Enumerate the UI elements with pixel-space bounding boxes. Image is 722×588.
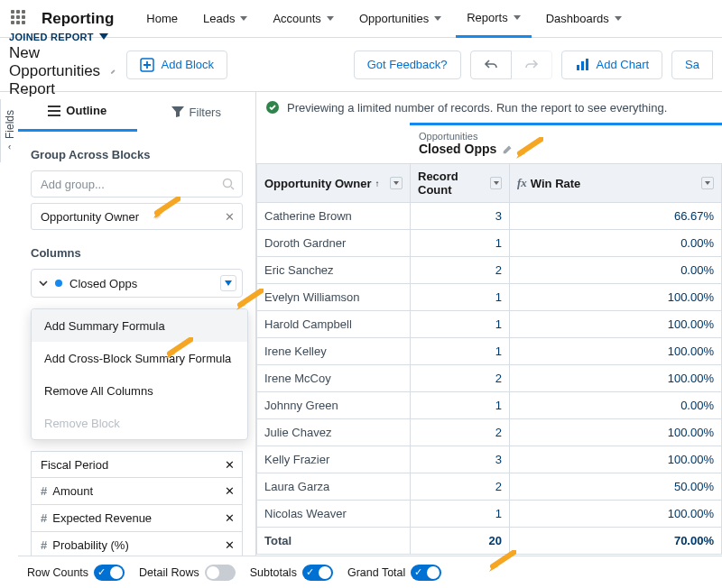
edit-icon[interactable]	[110, 65, 116, 78]
col-header-owner[interactable]: Opportunity Owner ↑	[257, 164, 411, 203]
row-counts-toggle[interactable]: ✓	[94, 565, 125, 581]
nav-accounts[interactable]: Accounts	[262, 0, 344, 38]
col-header-record-count[interactable]: Record Count	[411, 164, 510, 203]
group-across-blocks-label: Group Across Blocks	[31, 148, 243, 161]
svg-point-6	[48, 110, 50, 112]
tab-filters[interactable]: Filters	[137, 92, 256, 132]
table-row: Julie Chavez2100.00%	[257, 419, 722, 446]
block-subtitle: Opportunities	[419, 131, 713, 142]
block-dropdown-menu: Add Summary Formula Add Cross-Block Summ…	[31, 308, 248, 440]
table-total-row: Total2070.00%	[257, 528, 722, 555]
columns-label: Columns	[31, 246, 243, 260]
detail-rows-toggle[interactable]	[205, 565, 236, 581]
grand-total-toggle[interactable]: ✓	[411, 565, 441, 581]
table-row: Irene McCoy2100.00%	[257, 365, 722, 392]
nav-reports[interactable]: Reports	[456, 0, 532, 38]
table-row: Eric Sanchez20.00%	[257, 257, 722, 284]
menu-add-summary-formula[interactable]: Add Summary Formula	[32, 309, 247, 342]
block-title: Closed Opps	[419, 142, 496, 156]
block-color-dot	[55, 280, 62, 287]
table-row: Laura Garza250.00%	[257, 473, 722, 501]
chart-icon	[575, 58, 589, 72]
preview-message: Previewing a limited number of records. …	[287, 101, 667, 115]
report-title: New Opportunities Report	[9, 44, 103, 98]
nav-opportunities[interactable]: Opportunities	[348, 0, 452, 38]
table-row: Evelyn Williamson1100.00%	[257, 284, 722, 311]
report-preview: Previewing a limited number of records. …	[256, 92, 722, 588]
menu-add-cross-block-summary[interactable]: Add Cross-Block Summary Formula	[32, 342, 247, 374]
outline-icon	[48, 106, 60, 116]
column-amount[interactable]: #Amount✕	[31, 478, 243, 505]
svg-marker-0	[99, 33, 108, 40]
app-title: Reporting	[42, 10, 114, 28]
remove-column-icon[interactable]: ✕	[225, 511, 235, 525]
remove-column-icon[interactable]: ✕	[225, 484, 235, 498]
app-launcher-icon[interactable]	[11, 10, 29, 28]
svg-point-5	[48, 106, 50, 107]
svg-point-7	[48, 115, 50, 116]
subtotals-label: Subtotals	[250, 566, 297, 579]
svg-marker-13	[705, 181, 710, 185]
add-block-icon	[140, 58, 154, 72]
table-row: Harold Campbell1100.00%	[257, 311, 722, 338]
table-row: Johnny Green10.00%	[257, 392, 722, 419]
side-panel: Outline Filters Group Across Blocks Add …	[18, 92, 256, 588]
remove-column-icon[interactable]: ✕	[225, 458, 235, 472]
chevron-down-icon	[240, 16, 247, 21]
svg-rect-3	[581, 61, 584, 70]
undo-icon	[484, 59, 498, 71]
nav-dashboards[interactable]: Dashboards	[535, 0, 633, 38]
search-icon	[222, 178, 235, 190]
svg-marker-11	[393, 181, 399, 185]
column-fiscal-period[interactable]: Fiscal Period✕	[31, 451, 243, 478]
svg-marker-9	[225, 280, 232, 286]
chevron-down-icon	[514, 15, 521, 20]
svg-marker-12	[494, 181, 499, 185]
col-header-win-rate[interactable]: fx Win Rate	[510, 164, 722, 203]
report-footer: Row Counts ✓ Detail Rows Subtotals ✓ Gra…	[18, 556, 722, 588]
detail-rows-label: Detail Rows	[139, 566, 199, 579]
got-feedback-button[interactable]: Got Feedback?	[354, 51, 461, 79]
svg-rect-2	[577, 65, 579, 70]
table-row: Irene Kelley1100.00%	[257, 338, 722, 365]
block-menu-trigger[interactable]	[220, 275, 236, 291]
caret-down-icon	[99, 33, 108, 41]
tab-outline[interactable]: Outline	[18, 92, 137, 132]
chevron-down-icon	[434, 16, 441, 21]
report-toolbar: JOINED REPORT New Opportunities Report A…	[0, 38, 722, 92]
column-expected-revenue[interactable]: #Expected Revenue✕	[31, 505, 243, 532]
menu-remove-block: Remove Block	[32, 407, 247, 439]
report-table: Opportunity Owner ↑ Record Count fx Win …	[256, 163, 722, 555]
undo-button[interactable]	[470, 51, 512, 79]
nav-home[interactable]: Home	[135, 0, 189, 38]
redo-icon	[524, 59, 539, 71]
chevron-down-icon	[39, 279, 48, 288]
check-circle-icon	[265, 100, 280, 115]
add-chart-button[interactable]: Add Chart	[561, 51, 663, 79]
block-closed-opps[interactable]: Closed Opps	[31, 269, 243, 298]
chevron-down-icon	[615, 16, 622, 21]
add-group-input[interactable]: Add group...	[31, 170, 243, 198]
chevron-down-icon	[327, 16, 334, 21]
joined-report-badge[interactable]: JOINED REPORT	[9, 32, 117, 42]
table-row: Nicolas Weaver1100.00%	[257, 501, 722, 528]
grand-total-label: Grand Total	[347, 566, 405, 579]
table-row: Catherine Brown366.67%	[257, 203, 722, 230]
remove-column-icon[interactable]: ✕	[225, 538, 235, 552]
row-counts-label: Row Counts	[27, 566, 88, 579]
edit-block-icon[interactable]	[502, 142, 514, 155]
subtotals-toggle[interactable]: ✓	[302, 565, 333, 581]
table-row: Doroth Gardner10.00%	[257, 230, 722, 257]
add-block-button[interactable]: Add Block	[126, 51, 228, 79]
svg-point-8	[224, 179, 232, 188]
svg-rect-4	[586, 59, 588, 70]
redo-button[interactable]	[512, 51, 552, 79]
save-button[interactable]: Sa	[671, 51, 713, 79]
fields-panel-toggle[interactable]: › Fields	[0, 99, 18, 162]
table-row: Kelly Frazier3100.00%	[257, 446, 722, 473]
remove-group-icon[interactable]: ✕	[225, 210, 235, 224]
menu-remove-all-columns[interactable]: Remove All Columns	[32, 374, 247, 407]
block-header: Opportunities Closed Opps	[410, 123, 722, 163]
nav-leads[interactable]: Leads	[192, 0, 258, 38]
group-pill-opportunity-owner[interactable]: Opportunity Owner ✕	[31, 203, 243, 230]
